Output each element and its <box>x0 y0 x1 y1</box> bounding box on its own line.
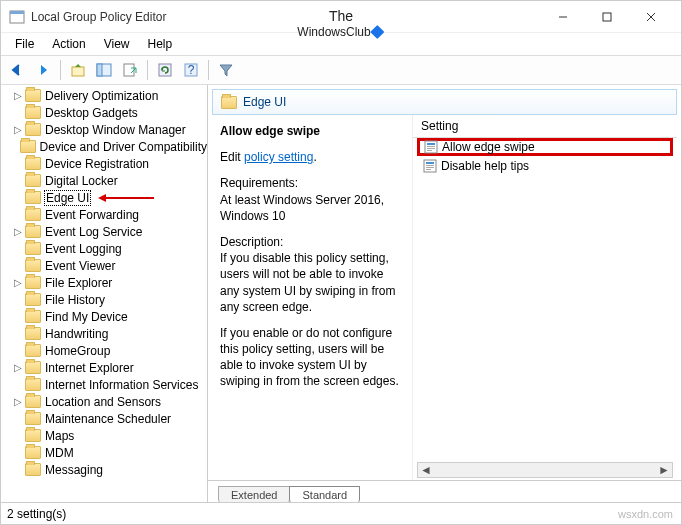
logo-line2: WindowsClub <box>297 24 384 39</box>
expand-icon[interactable]: ▷ <box>13 396 23 407</box>
tree-item[interactable]: Event Viewer <box>1 257 207 274</box>
svg-rect-3 <box>603 13 611 21</box>
folder-icon <box>221 96 237 109</box>
tree-item-label: Internet Explorer <box>45 361 134 375</box>
svg-rect-16 <box>427 146 435 147</box>
tree-item[interactable]: ▷Location and Sensors <box>1 393 207 410</box>
expand-icon[interactable]: ▷ <box>13 90 23 101</box>
requirements: Requirements:At least Windows Server 201… <box>220 175 404 224</box>
tab-strip: Extended Standard <box>208 480 681 502</box>
tree-item[interactable]: Digital Locker <box>1 172 207 189</box>
tree-item[interactable]: HomeGroup <box>1 342 207 359</box>
help-button[interactable]: ? <box>179 58 203 82</box>
tree-item-label: Desktop Gadgets <box>45 106 138 120</box>
expand-icon[interactable]: ▷ <box>13 362 23 373</box>
expand-icon[interactable]: ▷ <box>13 226 23 237</box>
edit-policy-link[interactable]: policy setting <box>244 150 313 164</box>
expand-icon[interactable]: ▷ <box>13 124 23 135</box>
setting-row[interactable]: Disable help tips <box>417 157 673 175</box>
settings-list: Setting Allow edge swipeDisable help tip… <box>412 115 677 480</box>
tree-item-label: Device and Driver Compatibility <box>40 140 207 154</box>
tree-item[interactable]: ▷Delivery Optimization <box>1 87 207 104</box>
menu-action[interactable]: Action <box>44 35 93 53</box>
refresh-button[interactable] <box>153 58 177 82</box>
column-header-setting[interactable]: Setting <box>413 115 677 138</box>
tree-item-label: Edge UI <box>45 191 90 205</box>
tree-item-label: Messaging <box>45 463 103 477</box>
menu-file[interactable]: File <box>7 35 42 53</box>
tree-item-label: HomeGroup <box>45 344 110 358</box>
setting-label: Disable help tips <box>441 159 529 173</box>
tree-item[interactable]: ▷File Explorer <box>1 274 207 291</box>
tree-item[interactable]: Event Logging <box>1 240 207 257</box>
policy-icon <box>423 159 437 173</box>
folder-icon <box>25 412 41 425</box>
tree-item[interactable]: ▷Internet Explorer <box>1 359 207 376</box>
folder-icon <box>25 293 41 306</box>
horizontal-scrollbar[interactable]: ◄ ► <box>417 462 673 478</box>
toolbar: ? <box>1 55 681 85</box>
svg-rect-9 <box>124 64 134 76</box>
tree-item[interactable]: MDM <box>1 444 207 461</box>
title-bar: Local Group Policy Editor The WindowsClu… <box>1 1 681 33</box>
policy-icon <box>424 140 438 154</box>
app-icon <box>9 9 25 25</box>
filter-button[interactable] <box>214 58 238 82</box>
tree-item[interactable]: Find My Device <box>1 308 207 325</box>
tree-item-label: Maps <box>45 429 74 443</box>
tree-item-label: Event Forwarding <box>45 208 139 222</box>
folder-icon <box>25 327 41 340</box>
folder-icon <box>25 463 41 476</box>
folder-icon <box>25 361 41 374</box>
tree-item-label: Delivery Optimization <box>45 89 158 103</box>
scroll-right-icon[interactable]: ► <box>658 463 670 477</box>
expand-icon[interactable]: ▷ <box>13 277 23 288</box>
tree-item[interactable]: Maps <box>1 427 207 444</box>
window-title: Local Group Policy Editor <box>31 10 166 24</box>
main-area: ▷Delivery OptimizationDesktop Gadgets▷De… <box>1 85 681 502</box>
folder-icon <box>25 378 41 391</box>
back-button[interactable] <box>5 58 29 82</box>
tree-item[interactable]: ▷Event Log Service <box>1 223 207 240</box>
description-1: Description:If you disable this policy s… <box>220 234 404 315</box>
details-panel: Edge UI Allow edge swipe Edit policy set… <box>208 85 681 502</box>
tree-item[interactable]: Event Forwarding <box>1 206 207 223</box>
tree-item[interactable]: Messaging <box>1 461 207 478</box>
tree-item[interactable]: Device and Driver Compatibility <box>1 138 207 155</box>
tab-standard[interactable]: Standard <box>289 486 360 502</box>
tab-extended[interactable]: Extended <box>218 486 290 502</box>
tree-item[interactable]: ▷Desktop Window Manager <box>1 121 207 138</box>
arrow-indicator-icon <box>96 192 156 204</box>
logo: The WindowsClub <box>297 9 384 38</box>
description-2: If you enable or do not configure this p… <box>220 325 404 390</box>
tree-item[interactable]: Internet Information Services <box>1 376 207 393</box>
setting-row[interactable]: Allow edge swipe <box>417 138 673 156</box>
show-hide-tree-button[interactable] <box>92 58 116 82</box>
up-button[interactable] <box>66 58 90 82</box>
tree-item-label: File History <box>45 293 105 307</box>
tree-item[interactable]: File History <box>1 291 207 308</box>
description-pane: Allow edge swipe Edit policy setting. Re… <box>212 115 412 480</box>
tree-item-label: Device Registration <box>45 157 149 171</box>
tree-item[interactable]: Desktop Gadgets <box>1 104 207 121</box>
tree-item-label: Event Log Service <box>45 225 142 239</box>
forward-button[interactable] <box>31 58 55 82</box>
tree-item[interactable]: Device Registration <box>1 155 207 172</box>
minimize-button[interactable] <box>541 2 585 32</box>
tree-item-label: Event Logging <box>45 242 122 256</box>
maximize-button[interactable] <box>585 2 629 32</box>
tree-item-label: Internet Information Services <box>45 378 198 392</box>
tree-item[interactable]: Handwriting <box>1 325 207 342</box>
menu-help[interactable]: Help <box>140 35 181 53</box>
tree-item[interactable]: Edge UI <box>1 189 207 206</box>
folder-icon <box>25 225 41 238</box>
watermark: wsxdn.com <box>618 508 673 520</box>
tree-item[interactable]: Maintenance Scheduler <box>1 410 207 427</box>
folder-icon <box>25 259 41 272</box>
menu-view[interactable]: View <box>96 35 138 53</box>
tree-panel[interactable]: ▷Delivery OptimizationDesktop Gadgets▷De… <box>1 85 208 502</box>
close-button[interactable] <box>629 2 673 32</box>
export-button[interactable] <box>118 58 142 82</box>
scroll-left-icon[interactable]: ◄ <box>420 463 432 477</box>
tree-item-label: Event Viewer <box>45 259 115 273</box>
